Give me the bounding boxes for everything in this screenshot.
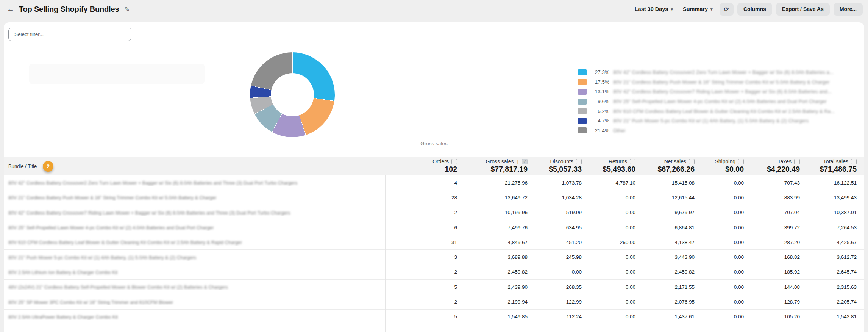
table-row: 80V 610 CFM Cordless Battery Leaf Blower… [4, 235, 864, 250]
columns-button[interactable]: Columns [737, 3, 772, 16]
value-cell: 105.20 [744, 314, 800, 319]
bundle-title-link[interactable]: 80V 21" Cordless Battery Push Mower & 16… [8, 195, 216, 200]
legend-percent: 27.3% [587, 69, 609, 75]
topbar-controls: Last 30 Days ▾ Summary ▾ ⟳ Columns Expor… [632, 3, 863, 16]
bundle-title-cell: 80V 2.5Ah Lithium Ion Battery & Charger … [4, 269, 385, 276]
column-header-cell: Returns$5,493.60 [582, 157, 635, 175]
column-header[interactable]: Gross sales↓✓ [486, 158, 528, 165]
header-spacer [4, 157, 385, 175]
column-header[interactable]: Total sales [823, 158, 857, 165]
refresh-button[interactable]: ⟳ [720, 3, 734, 16]
bundle-title-link[interactable]: 80V 21" Push Mower 5-pc Combo Kit w/ (1)… [8, 255, 196, 260]
edit-pencil-icon[interactable]: ✎ [124, 5, 130, 13]
column-header[interactable]: Discounts [550, 158, 582, 165]
bundle-title-cell: 80V 21" Push Mower 5-pc Combo Kit w/ (1)… [4, 254, 385, 261]
legend-item[interactable]: 17.5%80V 21" Cordless Battery Push Mower… [578, 77, 835, 87]
legend-item[interactable]: 4.7%80V 21" Push Mower 5-pc Combo Kit w/… [578, 116, 835, 126]
legend-item[interactable]: 13.1%80V 42" Cordless Battery Crossover7… [578, 87, 835, 97]
value-cell: 0.00 [582, 284, 635, 290]
column-checkbox-icon[interactable] [451, 159, 457, 164]
legend-swatch-icon [578, 69, 587, 75]
value-cell: 0.00 [695, 195, 744, 200]
sort-desc-icon[interactable]: ↓ [517, 158, 520, 165]
value-cell: 4,787.10 [582, 180, 635, 186]
legend-item[interactable]: 21.4%Other [578, 126, 835, 136]
bundle-title-link[interactable]: 80V 25" SP Mower 3PC Combo Kit w/ 16" St… [8, 300, 173, 305]
legend-percent: 17.5% [587, 79, 609, 85]
legend-item[interactable]: 6.2%80V 610 CFM Cordless Battery Leaf Bl… [578, 106, 835, 116]
column-label[interactable]: Returns [609, 158, 627, 165]
value-cell: 2 [385, 269, 457, 275]
legend-percent: 21.4% [587, 128, 609, 133]
more-button[interactable]: More... [834, 3, 863, 16]
value-cell: 2,076.95 [635, 299, 695, 305]
column-checkbox-icon[interactable] [738, 159, 744, 164]
value-cell: 5 [385, 314, 457, 319]
back-arrow-icon[interactable]: ← [7, 5, 14, 14]
report-panel: 27.3%80V 42" Cordless Battery Crossover2… [4, 22, 864, 332]
bundle-title-column-header[interactable]: Bundle / Title [8, 163, 37, 169]
filter-count-badge[interactable]: 2 [43, 161, 53, 172]
bundle-title-cell: 80V 42" Cordless Battery Crossover7 Ridi… [4, 209, 385, 216]
column-header[interactable]: Orders [432, 158, 457, 165]
column-label[interactable]: Net sales [664, 158, 686, 165]
bundle-title-link[interactable]: 80V 2.5Ah Lithium Ion Battery & Charger … [8, 270, 117, 275]
column-label[interactable]: Orders [432, 158, 449, 165]
column-header[interactable]: Taxes [777, 158, 800, 165]
bundle-title-link[interactable]: 80V 610 CFM Cordless Battery Leaf Blower… [8, 240, 242, 245]
value-cell: 15,415.08 [635, 180, 695, 186]
column-header[interactable]: Returns [609, 158, 635, 165]
bundle-title-link[interactable]: 80V 2.5Ah UltraPower Battery & Charger C… [8, 315, 118, 320]
legend-label: 80V 42" Cordless Battery Crossover7 Ridi… [613, 89, 832, 94]
value-cell: 122.99 [528, 299, 582, 305]
legend-label: 80V 21" Push Mower 5-pc Combo Kit w/ (1)… [613, 118, 809, 124]
column-checkbox-icon[interactable] [851, 159, 857, 164]
value-cell: 451.20 [528, 240, 582, 245]
value-cell: 260.00 [582, 240, 635, 245]
date-range-label: Last 30 Days [635, 6, 668, 12]
column-header[interactable]: Shipping [715, 158, 744, 165]
column-label[interactable]: Taxes [777, 158, 792, 165]
donut-chart[interactable] [250, 52, 335, 137]
legend-item[interactable]: 9.6%80V 25" Self-Propelled Lawn Mower 4-… [578, 97, 835, 106]
value-cell: 707.43 [744, 180, 800, 186]
value-cell: 6,864.81 [635, 225, 695, 230]
value-cell: 399.72 [744, 225, 800, 230]
column-checkbox-icon[interactable] [576, 159, 582, 164]
value-cell: 128.79 [744, 299, 800, 305]
export-save-as-button[interactable]: Export / Save As [776, 3, 830, 16]
value-cell: 0.00 [695, 240, 744, 245]
value-cell: 1,549.85 [457, 314, 528, 319]
table-row: 48V (2x24V) 21" Cordless Battery Self-Pr… [4, 280, 864, 294]
legend-label: 80V 25" Self-Propelled Lawn Mower 4-pc C… [613, 99, 827, 104]
value-cell: 16,122.51 [800, 180, 857, 186]
bundle-title-link[interactable]: 80V 42" Cordless Battery Crossover7 Ridi… [8, 210, 290, 216]
column-label[interactable]: Total sales [823, 158, 848, 165]
value-cell: 0.00 [582, 254, 635, 260]
column-checkbox-icon[interactable] [630, 159, 635, 164]
value-cell: 7,264.53 [800, 225, 857, 230]
column-label[interactable]: Discounts [550, 158, 573, 165]
legend-label: 80V 610 CFM Cordless Battery Leaf Blower… [613, 108, 835, 114]
value-cell: 2 [385, 210, 457, 215]
bundle-title-cell: 80V 610 CFM Cordless Battery Leaf Blower… [4, 239, 385, 246]
column-label[interactable]: Gross sales [486, 158, 514, 165]
value-cell: 185.92 [744, 269, 800, 275]
legend-item[interactable]: 27.3%80V 42" Cordless Battery Crossover2… [578, 67, 835, 77]
date-range-dropdown[interactable]: Last 30 Days ▾ [632, 6, 676, 12]
column-checkbox-icon[interactable] [794, 159, 800, 164]
bundle-title-link[interactable]: 80V 42" Cordless Battery Crossover2 Zero… [8, 180, 297, 186]
column-checkbox-icon[interactable] [689, 159, 695, 164]
value-cell: 168.82 [744, 254, 800, 260]
bundle-title-link[interactable]: 80V 25" Self-Propelled Lawn Mower 4-pc C… [8, 225, 214, 230]
column-label[interactable]: Shipping [715, 158, 736, 165]
chart-area: 27.3%80V 42" Cordless Battery Crossover2… [4, 41, 864, 157]
legend-swatch-icon [578, 108, 587, 114]
view-mode-dropdown[interactable]: Summary ▾ [680, 6, 716, 12]
filter-select-input[interactable] [8, 28, 131, 41]
column-header[interactable]: Net sales [664, 158, 695, 165]
value-cell: 13,649.72 [457, 195, 528, 200]
legend-swatch-icon [578, 99, 587, 105]
bundle-title-link[interactable]: 48V (2x24V) 21" Cordless Battery Self-Pr… [8, 285, 228, 290]
column-checkbox-checked-icon[interactable]: ✓ [522, 159, 528, 164]
